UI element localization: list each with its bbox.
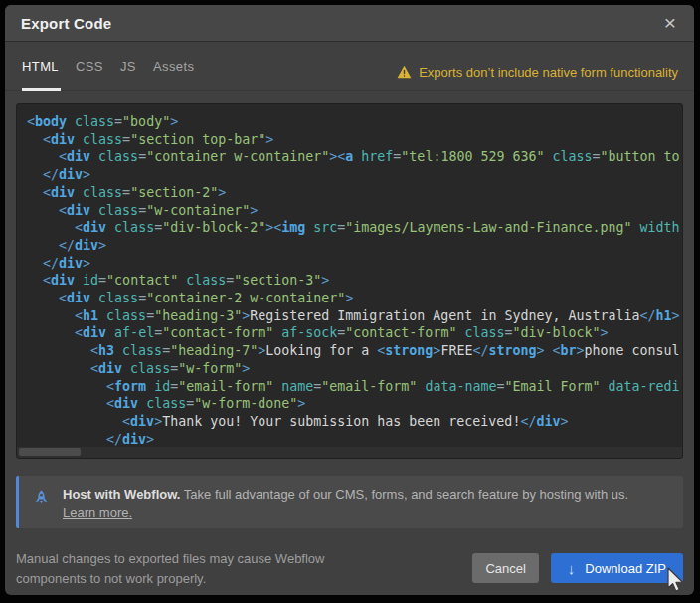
code-line: </div> [27,166,682,184]
code-line: <h3 class="heading-7">Looking for a <str… [27,342,682,360]
code-line: <div class="section top-bar"> [27,131,682,149]
scrollbar-thumb[interactable] [19,448,81,456]
code-line: </div> [27,255,682,273]
code-line: <div class="w-container"> [27,202,682,220]
code-line: <div class="div-block-2"><img src="image… [27,219,682,237]
code-line: <form id="email-form" name="email-form" … [27,378,682,396]
download-arrow-icon: ↓ [568,561,576,576]
tab-assets[interactable]: Assets [153,59,194,90]
learn-more-link[interactable]: Learn more. [63,505,132,520]
export-code-dialog: Export Code × HTMLCSSJSAssets Exports do… [5,5,694,595]
download-zip-button[interactable]: ↓ Download ZIP [551,553,683,583]
code-line: <div class="container-2 w-container"> [27,290,682,307]
horizontal-scrollbar[interactable] [17,447,682,458]
tab-js[interactable]: JS [120,59,136,90]
code-line: <div class="container w-container"><a hr… [27,148,682,166]
warning-text: Exports don’t include native form functi… [419,65,678,80]
export-note: Manual changes to exported files may cau… [16,549,344,589]
code-line: <div class="w-form-done"> [27,395,682,413]
close-icon: × [664,11,676,34]
code-line: </div> [27,431,682,447]
rocket-icon [33,490,50,506]
banner-title: Host with Webflow. [63,487,180,502]
tab-html[interactable]: HTML [22,59,59,90]
warning-icon [397,65,412,79]
host-banner: Host with Webflow. Take full advantage o… [16,476,683,528]
code-line: <div id="contact" class="section-3"> [27,272,682,290]
form-warning: Exports don’t include native form functi… [397,62,678,82]
tab-css[interactable]: CSS [76,59,103,90]
code-line: <div class="section-2"> [27,184,682,202]
cancel-label: Cancel [485,561,525,576]
download-label: Download ZIP [585,561,666,576]
cancel-button[interactable]: Cancel [472,553,538,583]
dialog-title: Export Code [21,15,111,32]
code-line: </div> [27,237,682,255]
code-line: <h1 class="heading-3">Registered Immigra… [27,307,682,325]
close-button[interactable]: × [662,13,678,33]
code-line: <div>Thank you! Your submission has been… [27,413,682,431]
code-line: <div class="w-form"> [27,360,682,378]
dialog-header: Export Code × [5,5,694,42]
banner-text: Host with Webflow. Take full advantage o… [63,485,628,519]
code-line: <body class="body"> [27,113,682,131]
code-content: <body class="body"> <div class="section … [17,104,682,447]
code-panel[interactable]: <body class="body"> <div class="section … [16,103,683,459]
banner-body: Take full advantage of our CMS, forms, a… [180,487,628,502]
footer-buttons: Cancel ↓ Download ZIP [472,553,683,583]
code-line: <div af-el="contact-form" af-sock="conta… [27,324,682,342]
